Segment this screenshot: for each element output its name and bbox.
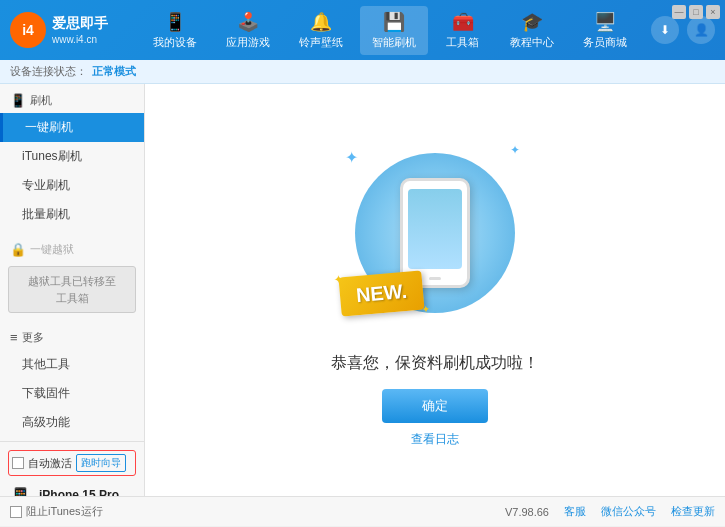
jailbreak-section: 🔒 一键越狱 越狱工具已转移至工具箱 — [0, 233, 144, 321]
tab-ringtones[interactable]: 🔔 铃声壁纸 — [287, 6, 355, 55]
device-bottom: 自动激活 跑时向导 📱 iPhone 15 Pro Max 512GB iPho… — [0, 441, 144, 496]
user-icon: 👤 — [694, 23, 709, 37]
log-link[interactable]: 查看日志 — [411, 431, 459, 448]
check-update-link[interactable]: 检查更新 — [671, 504, 715, 519]
jailbreak-notice-text: 越狱工具已转移至工具箱 — [28, 275, 116, 304]
my-device-icon: 📱 — [164, 11, 186, 33]
sidebar-item-advanced[interactable]: 高级功能 — [0, 408, 144, 437]
flash-section-label: 刷机 — [30, 93, 52, 108]
tab-flash-label: 智能刷机 — [372, 35, 416, 50]
download-button[interactable]: ⬇ — [651, 16, 679, 44]
sidebar-item-download-firmware[interactable]: 下载固件 — [0, 379, 144, 408]
tutorial-icon: 🎓 — [521, 11, 543, 33]
tab-my-device[interactable]: 📱 我的设备 — [141, 6, 209, 55]
jailbreak-notice: 越狱工具已转移至工具箱 — [8, 266, 136, 313]
sparkle-icon-2: ✦ — [510, 143, 520, 157]
header: i4 爱思即手 www.i4.cn 📱 我的设备 🕹️ 应用游戏 🔔 铃声壁纸 … — [0, 0, 725, 60]
new-text: NEW. — [355, 279, 408, 305]
tab-tutorial[interactable]: 🎓 教程中心 — [498, 6, 566, 55]
tab-tutorial-label: 教程中心 — [510, 35, 554, 50]
jailbreak-section-header: 🔒 一键越狱 — [0, 237, 144, 262]
logo: i4 爱思即手 www.i4.cn — [10, 12, 108, 48]
tab-service-label: 务员商城 — [583, 35, 627, 50]
confirm-button[interactable]: 确定 — [382, 389, 488, 423]
auto-activate-checkbox[interactable] — [12, 457, 24, 469]
phone-button — [429, 277, 441, 280]
user-button[interactable]: 👤 — [687, 16, 715, 44]
new-ribbon: NEW. — [338, 270, 424, 316]
more-label: 更多 — [22, 330, 44, 345]
bottom-right: V7.98.66 客服 微信公众号 检查更新 — [505, 504, 715, 519]
success-message: 恭喜您，保资料刷机成功啦！ — [331, 353, 539, 374]
flash-section-header: 📱 刷机 — [0, 88, 144, 113]
more-section-header: ≡ 更多 — [0, 325, 144, 350]
auto-activate-row: 自动激活 跑时向导 — [8, 450, 136, 476]
device-name: iPhone 15 Pro Max — [39, 486, 136, 496]
maximize-button[interactable]: □ — [689, 5, 703, 19]
sidebar-item-itunes-flash[interactable]: iTunes刷机 — [0, 142, 144, 171]
tab-apps-games[interactable]: 🕹️ 应用游戏 — [214, 6, 282, 55]
sidebar-item-other-tools[interactable]: 其他工具 — [0, 350, 144, 379]
brand-url: www.i4.cn — [52, 33, 108, 46]
phone-screen — [408, 189, 462, 269]
flash-icon: 💾 — [383, 11, 405, 33]
sidebar-item-pro-flash[interactable]: 专业刷机 — [0, 171, 144, 200]
tab-toolbox[interactable]: 🧰 工具箱 — [433, 6, 493, 55]
sidebar: 📱 刷机 一键刷机 iTunes刷机 专业刷机 批量刷机 🔒 一键越狱 越狱工 — [0, 84, 145, 496]
itunes-check: 阻止iTunes运行 — [10, 504, 103, 519]
device-info: 📱 iPhone 15 Pro Max 512GB iPhone — [8, 482, 136, 496]
guide-button[interactable]: 跑时向导 — [76, 454, 126, 472]
tab-smart-flash[interactable]: 💾 智能刷机 — [360, 6, 428, 55]
status-bar: 设备连接状态： 正常模式 — [0, 60, 725, 84]
tab-apps-label: 应用游戏 — [226, 35, 270, 50]
window-controls: — □ × — [672, 5, 720, 19]
jailbreak-label: 一键越狱 — [30, 242, 74, 257]
bottom-left: 阻止iTunes运行 — [10, 504, 103, 519]
status-prefix: 设备连接状态： — [10, 64, 87, 79]
phone-illustration: ✦ ✦ ✦ NEW. — [325, 133, 545, 333]
nav-tabs: 📱 我的设备 🕹️ 应用游戏 🔔 铃声壁纸 💾 智能刷机 🧰 工具箱 🎓 — [128, 6, 651, 55]
lock-icon: 🔒 — [10, 242, 26, 257]
apps-icon: 🕹️ — [237, 11, 259, 33]
sidebar-item-one-key-flash[interactable]: 一键刷机 — [0, 113, 144, 142]
main-layout: 📱 刷机 一键刷机 iTunes刷机 专业刷机 批量刷机 🔒 一键越狱 越狱工 — [0, 84, 725, 496]
flash-section-icon: 📱 — [10, 93, 26, 108]
content-area: ✦ ✦ ✦ NEW. 恭喜您，保资料刷机成功啦！ 确定 查看日志 — [145, 84, 725, 496]
more-section: ≡ 更多 其他工具 下载固件 高级功能 — [0, 321, 144, 441]
sidebar-item-batch-flash[interactable]: 批量刷机 — [0, 200, 144, 229]
status-value: 正常模式 — [92, 64, 136, 79]
service-link[interactable]: 客服 — [564, 504, 586, 519]
minimize-button[interactable]: — — [672, 5, 686, 19]
bottom-bar: 阻止iTunes运行 V7.98.66 客服 微信公众号 检查更新 — [0, 496, 725, 526]
download-icon: ⬇ — [660, 23, 670, 37]
device-phone-icon: 📱 — [8, 486, 33, 496]
service-icon: 🖥️ — [594, 11, 616, 33]
version-label: V7.98.66 — [505, 506, 549, 518]
new-badge: NEW. — [340, 274, 423, 313]
flash-section: 📱 刷机 一键刷机 iTunes刷机 专业刷机 批量刷机 — [0, 84, 144, 233]
brand-name: 爱思即手 — [52, 14, 108, 32]
tab-toolbox-label: 工具箱 — [446, 35, 479, 50]
header-actions: ⬇ 👤 — [651, 16, 715, 44]
logo-icon: i4 — [10, 12, 46, 48]
auto-activate-label: 自动激活 — [28, 456, 72, 471]
itunes-label: 阻止iTunes运行 — [26, 504, 103, 519]
more-icon: ≡ — [10, 330, 18, 345]
itunes-checkbox[interactable] — [10, 506, 22, 518]
tab-ringtones-label: 铃声壁纸 — [299, 35, 343, 50]
ringtones-icon: 🔔 — [310, 11, 332, 33]
wechat-link[interactable]: 微信公众号 — [601, 504, 656, 519]
device-details: iPhone 15 Pro Max 512GB iPhone — [39, 486, 136, 496]
toolbox-icon: 🧰 — [452, 11, 474, 33]
close-button[interactable]: × — [706, 5, 720, 19]
tab-my-device-label: 我的设备 — [153, 35, 197, 50]
sparkle-icon-1: ✦ — [345, 148, 358, 167]
tab-service[interactable]: 🖥️ 务员商城 — [571, 6, 639, 55]
